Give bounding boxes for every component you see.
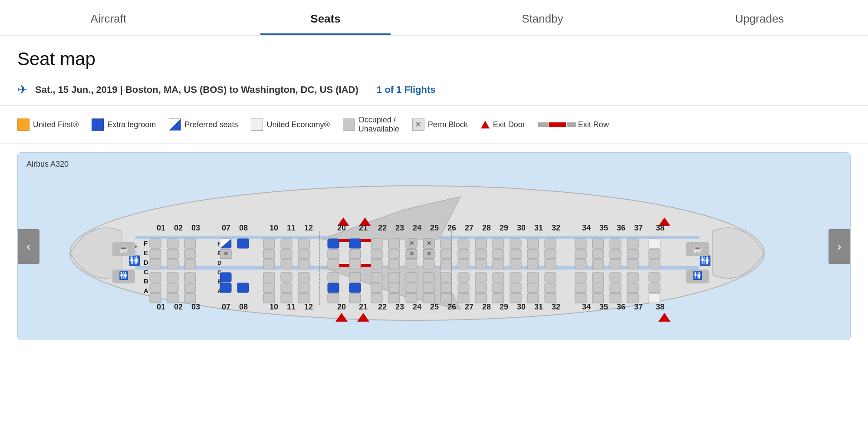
svg-text:B: B xyxy=(144,277,148,285)
svg-rect-106 xyxy=(610,249,621,259)
svg-rect-170 xyxy=(406,283,417,293)
svg-text:24: 24 xyxy=(413,224,421,232)
seat-legend: United First® Extra legroom Preferred se… xyxy=(0,106,868,144)
nav-aircraft[interactable]: Aircraft xyxy=(0,0,217,35)
legend-occupied: Occupied /Unavailable xyxy=(343,115,399,134)
svg-rect-86 xyxy=(263,249,275,259)
svg-rect-200 xyxy=(510,293,521,303)
svg-rect-58 xyxy=(263,239,275,248)
svg-rect-203 xyxy=(575,293,586,303)
svg-text:31: 31 xyxy=(534,303,543,311)
svg-rect-182 xyxy=(627,283,638,293)
svg-text:37: 37 xyxy=(634,224,643,232)
svg-rect-167 xyxy=(349,283,361,293)
svg-rect-164 xyxy=(281,283,292,293)
svg-text:38: 38 xyxy=(656,224,664,232)
svg-rect-72 xyxy=(493,239,504,248)
svg-rect-131 xyxy=(627,260,638,269)
svg-rect-142 xyxy=(371,273,382,282)
svg-rect-99 xyxy=(475,249,487,259)
svg-rect-70 xyxy=(458,239,469,248)
svg-rect-206 xyxy=(627,293,638,303)
svg-text:26: 26 xyxy=(447,224,456,232)
svg-rect-154 xyxy=(592,273,604,282)
scroll-left-button[interactable]: ‹ xyxy=(18,229,39,264)
svg-rect-155 xyxy=(610,273,621,282)
svg-rect-194 xyxy=(406,293,417,303)
plane-icon: ✈ xyxy=(17,82,27,97)
svg-rect-191 xyxy=(349,293,361,303)
legend-united-first: United First® xyxy=(17,118,79,131)
legend-preferred: Preferred seats xyxy=(169,118,238,131)
nav-upgrades[interactable]: Upgrades xyxy=(651,0,868,35)
legend-icon-united-first xyxy=(17,118,30,131)
svg-rect-121 xyxy=(441,260,452,269)
svg-text:03: 03 xyxy=(191,303,200,311)
svg-rect-181 xyxy=(610,283,621,293)
svg-rect-179 xyxy=(575,283,586,293)
legend-perm-block: Perm Block xyxy=(412,118,468,131)
svg-rect-141 xyxy=(349,273,361,282)
svg-text:29: 29 xyxy=(500,224,508,232)
nav-seats[interactable]: Seats xyxy=(217,0,434,35)
svg-rect-107 xyxy=(627,249,638,259)
svg-rect-130 xyxy=(610,260,621,269)
svg-rect-53 xyxy=(167,239,178,248)
svg-rect-190 xyxy=(328,293,339,303)
svg-rect-62 xyxy=(349,239,361,248)
legend-label-occupied: Occupied /Unavailable xyxy=(358,115,399,134)
svg-rect-60 xyxy=(298,239,309,248)
svg-rect-180 xyxy=(592,283,604,293)
legend-extra-legroom: Extra legroom xyxy=(92,118,156,131)
svg-rect-177 xyxy=(527,283,539,293)
svg-rect-92 xyxy=(388,249,400,259)
svg-text:38: 38 xyxy=(656,303,664,311)
svg-rect-138 xyxy=(281,273,292,282)
svg-rect-184 xyxy=(150,293,161,303)
svg-rect-150 xyxy=(510,273,521,282)
svg-rect-111 xyxy=(184,260,196,269)
legend-label-perm-block: Perm Block xyxy=(428,120,468,129)
svg-rect-77 xyxy=(592,239,604,248)
svg-rect-73 xyxy=(510,239,521,248)
svg-text:08: 08 xyxy=(239,224,248,232)
legend-economy: United Economy® xyxy=(251,118,329,131)
legend-label-economy: United Economy® xyxy=(266,120,329,129)
svg-rect-122 xyxy=(458,260,469,269)
svg-rect-105 xyxy=(592,249,604,259)
svg-rect-69 xyxy=(441,239,452,248)
svg-rect-87 xyxy=(281,249,292,259)
svg-rect-193 xyxy=(388,293,400,303)
svg-rect-165 xyxy=(298,283,309,293)
svg-rect-175 xyxy=(493,283,504,293)
svg-rect-114 xyxy=(298,260,309,269)
top-navigation: Aircraft Seats Standby Upgrades xyxy=(0,0,868,36)
svg-text:✕: ✕ xyxy=(409,250,414,257)
svg-rect-202 xyxy=(545,293,556,303)
seat-map-content: ☕ 🚻 ☕ 🚻 01 02 03 07 08 xyxy=(48,173,820,333)
svg-text:D: D xyxy=(144,259,148,266)
svg-text:11: 11 xyxy=(287,303,296,311)
svg-rect-124 xyxy=(493,260,504,269)
svg-text:36: 36 xyxy=(617,303,625,311)
svg-text:12: 12 xyxy=(304,303,313,311)
svg-text:30: 30 xyxy=(517,303,526,311)
svg-text:02: 02 xyxy=(174,303,183,311)
svg-rect-129 xyxy=(592,260,604,269)
svg-text:☕: ☕ xyxy=(119,244,129,254)
svg-rect-187 xyxy=(263,293,275,303)
svg-rect-171 xyxy=(423,283,434,293)
svg-text:23: 23 xyxy=(395,303,404,311)
svg-rect-91 xyxy=(371,249,382,259)
svg-rect-119 xyxy=(406,260,417,269)
legend-icon-extra-legroom xyxy=(92,118,104,131)
scroll-right-button[interactable]: › xyxy=(829,229,850,264)
svg-rect-186 xyxy=(184,293,196,303)
svg-text:22: 22 xyxy=(378,303,387,311)
flights-count: 1 of 1 Flights xyxy=(377,84,436,95)
nav-standby[interactable]: Standby xyxy=(434,0,651,35)
svg-rect-147 xyxy=(458,273,469,282)
svg-rect-101 xyxy=(510,249,521,259)
svg-rect-185 xyxy=(167,293,178,303)
svg-text:10: 10 xyxy=(270,224,278,232)
